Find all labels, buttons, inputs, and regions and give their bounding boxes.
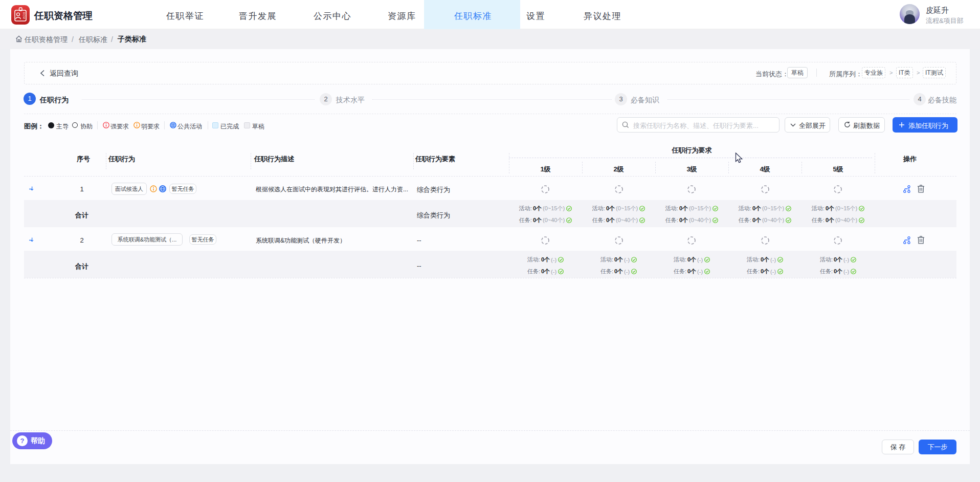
svg-text:RCM: RCM (23, 12, 26, 19)
